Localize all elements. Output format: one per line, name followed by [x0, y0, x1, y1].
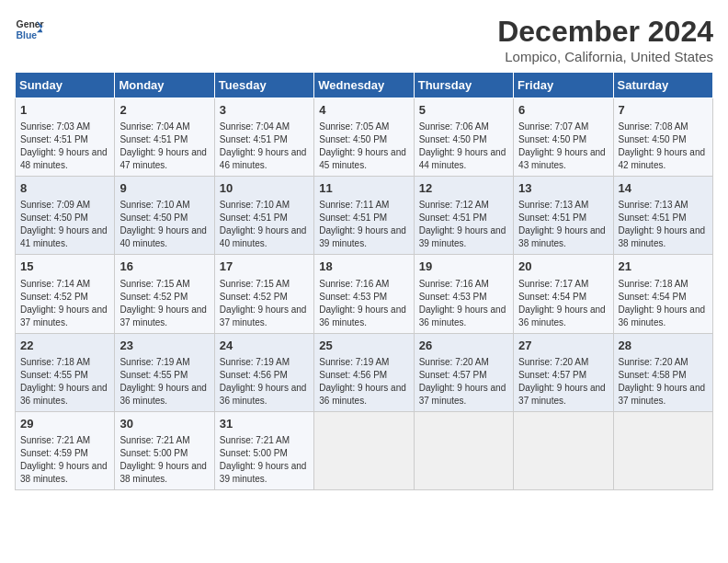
logo-icon: General Blue — [15, 15, 44, 44]
daylight-label: Daylight: 9 hours and 39 minutes. — [319, 225, 406, 248]
day-number: 12 — [419, 180, 508, 197]
day-number: 8 — [20, 180, 109, 197]
daylight-label: Daylight: 9 hours and 40 minutes. — [119, 225, 207, 248]
day-number: 27 — [518, 338, 608, 354]
daylight-label: Daylight: 9 hours and 38 minutes. — [119, 461, 207, 484]
sunrise-text: Sunrise: 7:20 AM — [518, 357, 588, 367]
daylight-label: Daylight: 9 hours and 45 minutes. — [319, 147, 406, 170]
day-number: 13 — [518, 180, 608, 197]
col-wednesday: Wednesday — [314, 73, 414, 98]
day-number: 25 — [319, 338, 408, 354]
sunrise-text: Sunrise: 7:11 AM — [319, 200, 389, 210]
sunrise-text: Sunrise: 7:16 AM — [419, 279, 489, 289]
calendar-day-cell: 29 Sunrise: 7:21 AM Sunset: 4:59 PM Dayl… — [16, 411, 115, 489]
calendar-week-row: 1 Sunrise: 7:03 AM Sunset: 4:51 PM Dayli… — [16, 98, 713, 177]
sunset-text: Sunset: 4:50 PM — [419, 134, 487, 144]
daylight-label: Daylight: 9 hours and 39 minutes. — [220, 461, 307, 484]
daylight-label: Daylight: 9 hours and 41 minutes. — [20, 225, 108, 248]
day-number: 21 — [619, 259, 708, 275]
sunset-text: Sunset: 4:52 PM — [20, 292, 88, 302]
calendar-week-row: 22 Sunrise: 7:18 AM Sunset: 4:55 PM Dayl… — [16, 333, 713, 411]
daylight-label: Daylight: 9 hours and 36 minutes. — [220, 383, 307, 406]
sunset-text: Sunset: 4:52 PM — [119, 292, 188, 302]
calendar-day-cell: 22 Sunrise: 7:18 AM Sunset: 4:55 PM Dayl… — [16, 333, 115, 411]
calendar-header: Sunday Monday Tuesday Wednesday Thursday… — [16, 73, 713, 98]
sunset-text: Sunset: 4:50 PM — [518, 134, 586, 144]
sunrise-text: Sunrise: 7:05 AM — [319, 121, 389, 132]
day-number: 15 — [20, 259, 109, 275]
header-row: Sunday Monday Tuesday Wednesday Thursday… — [16, 73, 713, 98]
sunrise-text: Sunrise: 7:20 AM — [419, 357, 489, 367]
daylight-label: Daylight: 9 hours and 43 minutes. — [518, 147, 606, 170]
daylight-label: Daylight: 9 hours and 37 minutes. — [220, 304, 307, 327]
day-number: 29 — [20, 416, 109, 432]
sunrise-text: Sunrise: 7:21 AM — [119, 435, 189, 445]
day-number: 31 — [220, 416, 309, 432]
sunset-text: Sunset: 4:51 PM — [220, 213, 288, 223]
day-number: 19 — [419, 259, 508, 275]
calendar-day-cell: 10 Sunrise: 7:10 AM Sunset: 4:51 PM Dayl… — [214, 177, 313, 255]
sunset-text: Sunset: 4:51 PM — [119, 134, 188, 144]
sunrise-text: Sunrise: 7:04 AM — [119, 121, 189, 132]
daylight-label: Daylight: 9 hours and 37 minutes. — [20, 304, 108, 327]
col-monday: Monday — [115, 73, 214, 98]
day-number: 24 — [220, 338, 309, 354]
daylight-label: Daylight: 9 hours and 36 minutes. — [20, 383, 108, 406]
daylight-label: Daylight: 9 hours and 38 minutes. — [518, 225, 606, 248]
calendar-day-cell: 31 Sunrise: 7:21 AM Sunset: 5:00 PM Dayl… — [214, 411, 313, 489]
calendar-day-cell: 17 Sunrise: 7:15 AM Sunset: 4:52 PM Dayl… — [214, 255, 313, 333]
day-number: 20 — [518, 259, 608, 275]
calendar-week-row: 8 Sunrise: 7:09 AM Sunset: 4:50 PM Dayli… — [16, 177, 713, 255]
sunrise-text: Sunrise: 7:19 AM — [119, 357, 189, 367]
calendar-day-cell — [314, 411, 414, 489]
calendar-day-cell: 1 Sunrise: 7:03 AM Sunset: 4:51 PM Dayli… — [16, 98, 115, 177]
daylight-label: Daylight: 9 hours and 42 minutes. — [619, 147, 706, 170]
daylight-label: Daylight: 9 hours and 44 minutes. — [419, 147, 506, 170]
day-number: 3 — [220, 102, 309, 119]
sunset-text: Sunset: 4:50 PM — [619, 134, 687, 144]
daylight-label: Daylight: 9 hours and 38 minutes. — [20, 461, 108, 484]
sunset-text: Sunset: 4:57 PM — [518, 370, 586, 380]
calendar-day-cell: 20 Sunrise: 7:17 AM Sunset: 4:54 PM Dayl… — [514, 255, 613, 333]
calendar-subtitle: Lompico, California, United States — [497, 49, 713, 64]
calendar-day-cell: 14 Sunrise: 7:13 AM Sunset: 4:51 PM Dayl… — [613, 177, 712, 255]
calendar-day-cell: 12 Sunrise: 7:12 AM Sunset: 4:51 PM Dayl… — [414, 177, 513, 255]
title-block: December 2024 Lompico, California, Unite… — [497, 15, 713, 64]
svg-text:Blue: Blue — [17, 30, 38, 40]
daylight-label: Daylight: 9 hours and 36 minutes. — [518, 304, 606, 327]
calendar-day-cell: 4 Sunrise: 7:05 AM Sunset: 4:50 PM Dayli… — [314, 98, 414, 177]
daylight-label: Daylight: 9 hours and 40 minutes. — [220, 225, 307, 248]
day-number: 1 — [20, 102, 109, 119]
daylight-label: Daylight: 9 hours and 38 minutes. — [619, 225, 706, 248]
sunset-text: Sunset: 4:54 PM — [619, 292, 687, 302]
sunrise-text: Sunrise: 7:04 AM — [220, 121, 290, 132]
calendar-day-cell: 18 Sunrise: 7:16 AM Sunset: 4:53 PM Dayl… — [314, 255, 414, 333]
sunset-text: Sunset: 4:51 PM — [319, 213, 387, 223]
calendar-day-cell: 8 Sunrise: 7:09 AM Sunset: 4:50 PM Dayli… — [16, 177, 115, 255]
day-number: 7 — [619, 102, 708, 119]
sunrise-text: Sunrise: 7:12 AM — [419, 200, 489, 210]
sunrise-text: Sunrise: 7:09 AM — [20, 200, 90, 210]
calendar-day-cell: 16 Sunrise: 7:15 AM Sunset: 4:52 PM Dayl… — [115, 255, 214, 333]
calendar-day-cell: 26 Sunrise: 7:20 AM Sunset: 4:57 PM Dayl… — [414, 333, 513, 411]
daylight-label: Daylight: 9 hours and 37 minutes. — [119, 304, 207, 327]
sunset-text: Sunset: 4:51 PM — [619, 213, 687, 223]
sunrise-text: Sunrise: 7:13 AM — [518, 200, 588, 210]
sunset-text: Sunset: 4:51 PM — [419, 213, 487, 223]
calendar-day-cell: 30 Sunrise: 7:21 AM Sunset: 5:00 PM Dayl… — [115, 411, 214, 489]
day-number: 30 — [119, 416, 209, 432]
daylight-label: Daylight: 9 hours and 36 minutes. — [619, 304, 706, 327]
sunset-text: Sunset: 5:00 PM — [220, 448, 288, 458]
sunrise-text: Sunrise: 7:15 AM — [220, 279, 290, 289]
daylight-label: Daylight: 9 hours and 36 minutes. — [419, 304, 506, 327]
sunrise-text: Sunrise: 7:17 AM — [518, 279, 588, 289]
daylight-label: Daylight: 9 hours and 47 minutes. — [119, 147, 207, 170]
calendar-week-row: 29 Sunrise: 7:21 AM Sunset: 4:59 PM Dayl… — [16, 411, 713, 489]
day-number: 18 — [319, 259, 408, 275]
sunrise-text: Sunrise: 7:15 AM — [119, 279, 189, 289]
day-number: 16 — [119, 259, 209, 275]
daylight-label: Daylight: 9 hours and 37 minutes. — [619, 383, 706, 406]
calendar-day-cell: 28 Sunrise: 7:20 AM Sunset: 4:58 PM Dayl… — [613, 333, 712, 411]
daylight-label: Daylight: 9 hours and 39 minutes. — [419, 225, 506, 248]
day-number: 22 — [20, 338, 109, 354]
